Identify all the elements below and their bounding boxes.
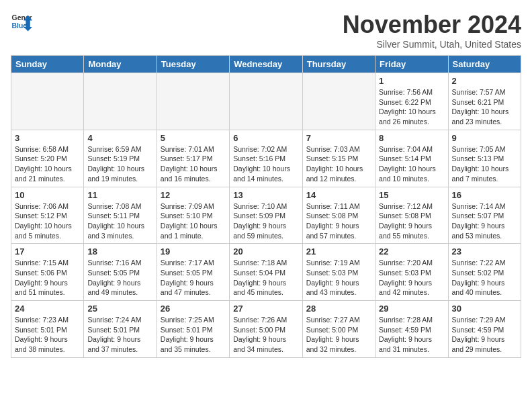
- day-number: 22: [379, 246, 444, 257]
- calendar-day-cell: 13Sunrise: 7:10 AM Sunset: 5:09 PM Dayli…: [230, 187, 302, 244]
- calendar-day-cell: 18Sunrise: 7:16 AM Sunset: 5:05 PM Dayli…: [84, 244, 157, 301]
- day-number: 3: [15, 133, 80, 143]
- logo-icon: General Blue: [11, 11, 32, 32]
- day-number: 7: [306, 133, 371, 143]
- day-number: 4: [87, 133, 152, 143]
- day-number: 16: [452, 190, 517, 200]
- weekday-header-saturday: Saturday: [448, 56, 521, 73]
- day-info: Sunrise: 7:29 AM Sunset: 4:59 PM Dayligh…: [452, 315, 517, 355]
- day-info: Sunrise: 7:18 AM Sunset: 5:04 PM Dayligh…: [233, 258, 298, 298]
- day-info: Sunrise: 6:58 AM Sunset: 5:20 PM Dayligh…: [15, 144, 80, 184]
- calendar-day-cell: 9Sunrise: 7:05 AM Sunset: 5:13 PM Daylig…: [448, 130, 521, 187]
- calendar-day-cell: 16Sunrise: 7:14 AM Sunset: 5:07 PM Dayli…: [448, 187, 521, 244]
- calendar-day-cell: 20Sunrise: 7:18 AM Sunset: 5:04 PM Dayli…: [230, 244, 302, 301]
- calendar-day-cell: 11Sunrise: 7:08 AM Sunset: 5:11 PM Dayli…: [84, 187, 157, 244]
- calendar-week-row: 3Sunrise: 6:58 AM Sunset: 5:20 PM Daylig…: [11, 130, 521, 187]
- day-number: 10: [15, 190, 80, 200]
- day-info: Sunrise: 7:16 AM Sunset: 5:05 PM Dayligh…: [87, 258, 152, 298]
- calendar-week-row: 10Sunrise: 7:06 AM Sunset: 5:12 PM Dayli…: [11, 187, 521, 244]
- day-number: 30: [452, 304, 517, 314]
- calendar-day-cell: 24Sunrise: 7:23 AM Sunset: 5:01 PM Dayli…: [11, 301, 84, 358]
- day-info: Sunrise: 7:05 AM Sunset: 5:13 PM Dayligh…: [452, 144, 517, 184]
- day-number: 20: [233, 246, 298, 257]
- calendar-day-cell: 26Sunrise: 7:25 AM Sunset: 5:01 PM Dayli…: [157, 301, 229, 358]
- page-header: General Blue November 2024 Silver Summit…: [11, 11, 521, 50]
- day-number: 23: [452, 246, 517, 257]
- day-number: 18: [87, 246, 152, 257]
- calendar-subtitle: Silver Summit, Utah, United States: [343, 39, 521, 50]
- calendar-day-cell: 3Sunrise: 6:58 AM Sunset: 5:20 PM Daylig…: [11, 130, 84, 187]
- day-number: 13: [233, 190, 298, 200]
- day-info: Sunrise: 7:17 AM Sunset: 5:05 PM Dayligh…: [161, 258, 226, 298]
- calendar-day-cell: [157, 73, 229, 130]
- weekday-header-thursday: Thursday: [302, 56, 375, 73]
- day-info: Sunrise: 7:10 AM Sunset: 5:09 PM Dayligh…: [233, 201, 298, 241]
- calendar-day-cell: 1Sunrise: 7:56 AM Sunset: 6:22 PM Daylig…: [375, 73, 448, 130]
- calendar-day-cell: 10Sunrise: 7:06 AM Sunset: 5:12 PM Dayli…: [11, 187, 84, 244]
- calendar-day-cell: 25Sunrise: 7:24 AM Sunset: 5:01 PM Dayli…: [84, 301, 157, 358]
- weekday-header-row: SundayMondayTuesdayWednesdayThursdayFrid…: [11, 56, 521, 73]
- weekday-header-tuesday: Tuesday: [157, 56, 229, 73]
- day-info: Sunrise: 7:01 AM Sunset: 5:17 PM Dayligh…: [161, 144, 226, 184]
- calendar-day-cell: 14Sunrise: 7:11 AM Sunset: 5:08 PM Dayli…: [302, 187, 375, 244]
- day-number: 19: [161, 246, 226, 257]
- calendar-day-cell: 8Sunrise: 7:04 AM Sunset: 5:14 PM Daylig…: [375, 130, 448, 187]
- day-info: Sunrise: 7:09 AM Sunset: 5:10 PM Dayligh…: [161, 201, 226, 241]
- day-number: 11: [87, 190, 152, 200]
- day-number: 12: [161, 190, 226, 200]
- day-info: Sunrise: 7:15 AM Sunset: 5:06 PM Dayligh…: [15, 258, 80, 298]
- calendar-day-cell: [230, 73, 302, 130]
- calendar-day-cell: 7Sunrise: 7:03 AM Sunset: 5:15 PM Daylig…: [302, 130, 375, 187]
- weekday-header-friday: Friday: [375, 56, 448, 73]
- day-info: Sunrise: 7:22 AM Sunset: 5:02 PM Dayligh…: [452, 258, 517, 298]
- calendar-day-cell: 15Sunrise: 7:12 AM Sunset: 5:08 PM Dayli…: [375, 187, 448, 244]
- calendar-table: SundayMondayTuesdayWednesdayThursdayFrid…: [11, 55, 521, 358]
- calendar-title: November 2024: [343, 11, 521, 39]
- calendar-day-cell: 12Sunrise: 7:09 AM Sunset: 5:10 PM Dayli…: [157, 187, 229, 244]
- calendar-day-cell: 22Sunrise: 7:20 AM Sunset: 5:03 PM Dayli…: [375, 244, 448, 301]
- calendar-day-cell: [84, 73, 157, 130]
- day-info: Sunrise: 7:03 AM Sunset: 5:15 PM Dayligh…: [306, 144, 371, 184]
- calendar-day-cell: [302, 73, 375, 130]
- day-info: Sunrise: 7:08 AM Sunset: 5:11 PM Dayligh…: [87, 201, 152, 241]
- day-info: Sunrise: 7:26 AM Sunset: 5:00 PM Dayligh…: [233, 315, 298, 355]
- calendar-day-cell: 17Sunrise: 7:15 AM Sunset: 5:06 PM Dayli…: [11, 244, 84, 301]
- day-info: Sunrise: 6:59 AM Sunset: 5:19 PM Dayligh…: [87, 144, 152, 184]
- calendar-day-cell: [11, 73, 84, 130]
- day-info: Sunrise: 7:56 AM Sunset: 6:22 PM Dayligh…: [379, 87, 444, 127]
- calendar-week-row: 1Sunrise: 7:56 AM Sunset: 6:22 PM Daylig…: [11, 73, 521, 130]
- day-number: 27: [233, 304, 298, 314]
- day-number: 1: [379, 76, 444, 86]
- day-info: Sunrise: 7:04 AM Sunset: 5:14 PM Dayligh…: [379, 144, 444, 184]
- calendar-day-cell: 2Sunrise: 7:57 AM Sunset: 6:21 PM Daylig…: [448, 73, 521, 130]
- day-info: Sunrise: 7:24 AM Sunset: 5:01 PM Dayligh…: [87, 315, 152, 355]
- day-info: Sunrise: 7:19 AM Sunset: 5:03 PM Dayligh…: [306, 258, 371, 298]
- weekday-header-sunday: Sunday: [11, 56, 84, 73]
- day-info: Sunrise: 7:02 AM Sunset: 5:16 PM Dayligh…: [233, 144, 298, 184]
- day-info: Sunrise: 7:14 AM Sunset: 5:07 PM Dayligh…: [452, 201, 517, 241]
- day-info: Sunrise: 7:06 AM Sunset: 5:12 PM Dayligh…: [15, 201, 80, 241]
- day-number: 17: [15, 246, 80, 257]
- day-number: 5: [161, 133, 226, 143]
- day-info: Sunrise: 7:12 AM Sunset: 5:08 PM Dayligh…: [379, 201, 444, 241]
- calendar-day-cell: 5Sunrise: 7:01 AM Sunset: 5:17 PM Daylig…: [157, 130, 229, 187]
- day-info: Sunrise: 7:25 AM Sunset: 5:01 PM Dayligh…: [161, 315, 226, 355]
- svg-text:Blue: Blue: [12, 22, 28, 30]
- day-info: Sunrise: 7:28 AM Sunset: 4:59 PM Dayligh…: [379, 315, 444, 355]
- calendar-day-cell: 23Sunrise: 7:22 AM Sunset: 5:02 PM Dayli…: [448, 244, 521, 301]
- day-number: 15: [379, 190, 444, 200]
- day-number: 26: [161, 304, 226, 314]
- calendar-day-cell: 4Sunrise: 6:59 AM Sunset: 5:19 PM Daylig…: [84, 130, 157, 187]
- day-number: 2: [452, 76, 517, 86]
- calendar-day-cell: 27Sunrise: 7:26 AM Sunset: 5:00 PM Dayli…: [230, 301, 302, 358]
- day-number: 14: [306, 190, 371, 200]
- day-number: 21: [306, 246, 371, 257]
- logo: General Blue: [11, 11, 32, 32]
- calendar-day-cell: 21Sunrise: 7:19 AM Sunset: 5:03 PM Dayli…: [302, 244, 375, 301]
- calendar-day-cell: 6Sunrise: 7:02 AM Sunset: 5:16 PM Daylig…: [230, 130, 302, 187]
- day-number: 29: [379, 304, 444, 314]
- calendar-day-cell: 19Sunrise: 7:17 AM Sunset: 5:05 PM Dayli…: [157, 244, 229, 301]
- day-number: 25: [87, 304, 152, 314]
- day-number: 6: [233, 133, 298, 143]
- calendar-day-cell: 29Sunrise: 7:28 AM Sunset: 4:59 PM Dayli…: [375, 301, 448, 358]
